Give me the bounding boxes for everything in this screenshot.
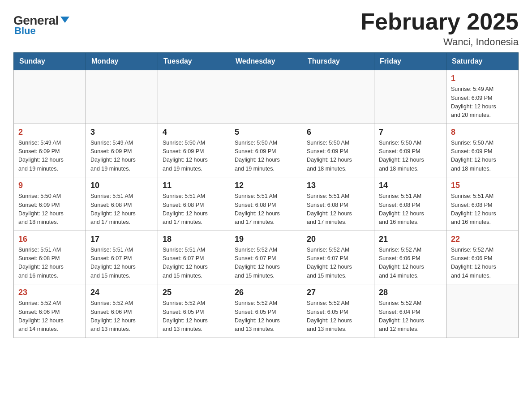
calendar-cell <box>230 70 302 124</box>
day-info: Sunrise: 5:49 AMSunset: 6:09 PMDaylight:… <box>18 139 81 174</box>
day-info: Sunrise: 5:52 AMSunset: 6:06 PMDaylight:… <box>379 246 442 281</box>
header-tuesday: Tuesday <box>158 53 230 70</box>
calendar-cell: 24Sunrise: 5:52 AMSunset: 6:06 PMDayligh… <box>86 284 158 338</box>
calendar-cell: 10Sunrise: 5:51 AMSunset: 6:08 PMDayligh… <box>86 177 158 231</box>
header-sunday: Sunday <box>14 53 86 70</box>
subtitle: Wanci, Indonesia <box>360 36 519 48</box>
calendar-cell: 25Sunrise: 5:52 AMSunset: 6:05 PMDayligh… <box>158 284 230 338</box>
day-info: Sunrise: 5:50 AMSunset: 6:09 PMDaylight:… <box>163 139 225 174</box>
day-number: 28 <box>379 288 442 297</box>
day-info: Sunrise: 5:49 AMSunset: 6:09 PMDaylight:… <box>451 85 514 120</box>
day-number: 10 <box>90 181 153 190</box>
day-number: 11 <box>163 181 225 190</box>
week-row-1: 2Sunrise: 5:49 AMSunset: 6:09 PMDaylight… <box>14 124 519 177</box>
calendar-cell <box>446 284 519 338</box>
calendar-cell: 22Sunrise: 5:52 AMSunset: 6:06 PMDayligh… <box>446 231 519 284</box>
day-number: 25 <box>163 288 225 297</box>
calendar-cell: 18Sunrise: 5:51 AMSunset: 6:07 PMDayligh… <box>158 231 230 284</box>
header-thursday: Thursday <box>302 53 374 70</box>
day-info: Sunrise: 5:51 AMSunset: 6:07 PMDaylight:… <box>90 246 153 281</box>
calendar-cell: 27Sunrise: 5:52 AMSunset: 6:05 PMDayligh… <box>302 284 374 338</box>
day-number: 23 <box>18 288 81 297</box>
day-number: 3 <box>90 128 153 137</box>
day-info: Sunrise: 5:51 AMSunset: 6:08 PMDaylight:… <box>235 192 297 227</box>
day-number: 9 <box>18 181 81 190</box>
day-number: 7 <box>379 128 442 137</box>
day-info: Sunrise: 5:51 AMSunset: 6:08 PMDaylight:… <box>451 192 514 227</box>
day-number: 21 <box>379 235 442 244</box>
header-saturday: Saturday <box>446 53 519 70</box>
day-number: 6 <box>307 128 369 137</box>
calendar-cell <box>86 70 158 124</box>
calendar-cell: 19Sunrise: 5:52 AMSunset: 6:07 PMDayligh… <box>230 231 302 284</box>
day-number: 14 <box>379 181 442 190</box>
day-info: Sunrise: 5:52 AMSunset: 6:07 PMDaylight:… <box>307 246 369 281</box>
day-number: 8 <box>451 128 514 137</box>
calendar-cell: 11Sunrise: 5:51 AMSunset: 6:08 PMDayligh… <box>158 177 230 231</box>
day-info: Sunrise: 5:52 AMSunset: 6:05 PMDaylight:… <box>235 299 297 334</box>
day-number: 5 <box>235 128 297 137</box>
day-number: 2 <box>18 128 81 137</box>
calendar-cell <box>158 70 230 124</box>
calendar-cell: 16Sunrise: 5:51 AMSunset: 6:08 PMDayligh… <box>14 231 86 284</box>
day-info: Sunrise: 5:51 AMSunset: 6:07 PMDaylight:… <box>163 246 225 281</box>
header-friday: Friday <box>374 53 446 70</box>
title-area: February 2025 Wanci, Indonesia <box>360 9 519 48</box>
day-info: Sunrise: 5:51 AMSunset: 6:08 PMDaylight:… <box>379 192 442 227</box>
calendar-cell <box>302 70 374 124</box>
calendar-cell: 23Sunrise: 5:52 AMSunset: 6:06 PMDayligh… <box>14 284 86 338</box>
day-info: Sunrise: 5:52 AMSunset: 6:06 PMDaylight:… <box>90 299 153 334</box>
day-number: 19 <box>235 235 297 244</box>
day-info: Sunrise: 5:50 AMSunset: 6:09 PMDaylight:… <box>235 139 297 174</box>
calendar-cell <box>14 70 86 124</box>
logo-blue-text: Blue <box>14 25 36 37</box>
day-number: 13 <box>307 181 369 190</box>
calendar-cell: 8Sunrise: 5:50 AMSunset: 6:09 PMDaylight… <box>446 124 519 177</box>
day-number: 26 <box>235 288 297 297</box>
day-info: Sunrise: 5:51 AMSunset: 6:08 PMDaylight:… <box>90 192 153 227</box>
calendar-cell: 12Sunrise: 5:51 AMSunset: 6:08 PMDayligh… <box>230 177 302 231</box>
day-number: 17 <box>90 235 153 244</box>
day-info: Sunrise: 5:50 AMSunset: 6:09 PMDaylight:… <box>379 139 442 174</box>
day-number: 4 <box>163 128 225 137</box>
day-number: 1 <box>451 74 514 83</box>
calendar-cell <box>374 70 446 124</box>
day-info: Sunrise: 5:52 AMSunset: 6:04 PMDaylight:… <box>379 299 442 334</box>
calendar-cell: 5Sunrise: 5:50 AMSunset: 6:09 PMDaylight… <box>230 124 302 177</box>
calendar-cell: 14Sunrise: 5:51 AMSunset: 6:08 PMDayligh… <box>374 177 446 231</box>
day-info: Sunrise: 5:52 AMSunset: 6:05 PMDaylight:… <box>307 299 369 334</box>
calendar-cell: 1Sunrise: 5:49 AMSunset: 6:09 PMDaylight… <box>446 70 519 124</box>
calendar-cell: 3Sunrise: 5:49 AMSunset: 6:09 PMDaylight… <box>86 124 158 177</box>
day-number: 22 <box>451 235 514 244</box>
calendar: SundayMondayTuesdayWednesdayThursdayFrid… <box>13 52 519 338</box>
day-number: 15 <box>451 181 514 190</box>
logo-triangle-icon <box>60 17 69 23</box>
day-number: 24 <box>90 288 153 297</box>
calendar-cell: 17Sunrise: 5:51 AMSunset: 6:07 PMDayligh… <box>86 231 158 284</box>
calendar-cell: 15Sunrise: 5:51 AMSunset: 6:08 PMDayligh… <box>446 177 519 231</box>
day-info: Sunrise: 5:50 AMSunset: 6:09 PMDaylight:… <box>18 192 81 227</box>
day-info: Sunrise: 5:50 AMSunset: 6:09 PMDaylight:… <box>451 139 514 174</box>
calendar-cell: 21Sunrise: 5:52 AMSunset: 6:06 PMDayligh… <box>374 231 446 284</box>
calendar-cell: 28Sunrise: 5:52 AMSunset: 6:04 PMDayligh… <box>374 284 446 338</box>
calendar-cell: 13Sunrise: 5:51 AMSunset: 6:08 PMDayligh… <box>302 177 374 231</box>
calendar-cell: 7Sunrise: 5:50 AMSunset: 6:09 PMDaylight… <box>374 124 446 177</box>
day-number: 18 <box>163 235 225 244</box>
week-row-4: 23Sunrise: 5:52 AMSunset: 6:06 PMDayligh… <box>14 284 519 338</box>
page-title: February 2025 <box>360 9 519 34</box>
calendar-cell: 4Sunrise: 5:50 AMSunset: 6:09 PMDaylight… <box>158 124 230 177</box>
day-info: Sunrise: 5:52 AMSunset: 6:05 PMDaylight:… <box>163 299 225 334</box>
calendar-header-row: SundayMondayTuesdayWednesdayThursdayFrid… <box>14 53 519 70</box>
day-number: 16 <box>18 235 81 244</box>
day-info: Sunrise: 5:51 AMSunset: 6:08 PMDaylight:… <box>18 246 81 281</box>
week-row-0: 1Sunrise: 5:49 AMSunset: 6:09 PMDaylight… <box>14 70 519 124</box>
calendar-cell: 20Sunrise: 5:52 AMSunset: 6:07 PMDayligh… <box>302 231 374 284</box>
day-info: Sunrise: 5:51 AMSunset: 6:08 PMDaylight:… <box>307 192 369 227</box>
header-monday: Monday <box>86 53 158 70</box>
day-info: Sunrise: 5:50 AMSunset: 6:09 PMDaylight:… <box>307 139 369 174</box>
calendar-cell: 9Sunrise: 5:50 AMSunset: 6:09 PMDaylight… <box>14 177 86 231</box>
day-number: 20 <box>307 235 369 244</box>
header: General Blue February 2025 Wanci, Indone… <box>13 9 519 48</box>
header-wednesday: Wednesday <box>230 53 302 70</box>
day-number: 12 <box>235 181 297 190</box>
